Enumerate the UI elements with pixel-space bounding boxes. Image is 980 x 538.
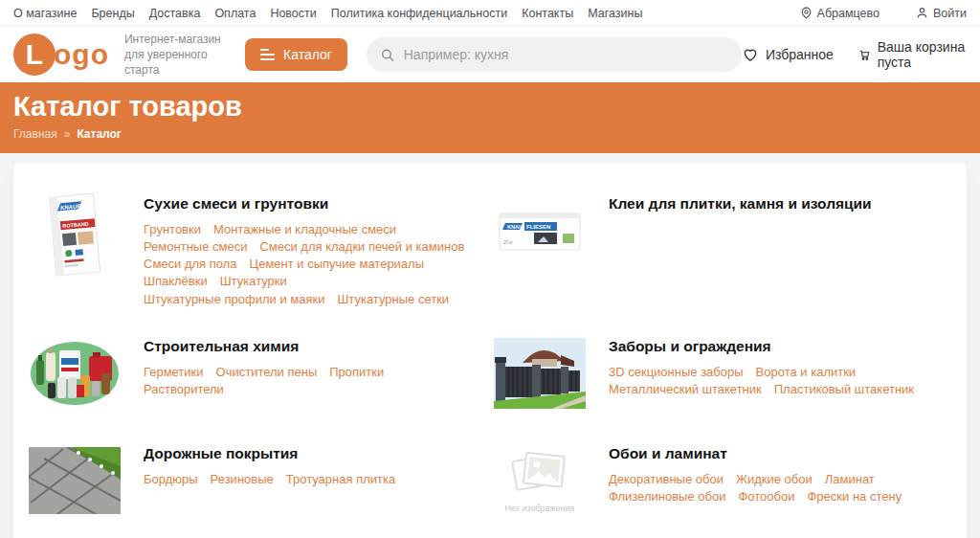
category-title-link[interactable]: Обои и ламинат [609, 445, 951, 462]
subcategory-link[interactable]: Жидкие обои [736, 471, 813, 487]
hamburger-icon [260, 49, 275, 60]
knauf-fliesen-bag[interactable]: KNAUF FLIESEN 25 кг [494, 190, 586, 272]
cart-status-label: Ваша корзина пуста [878, 39, 967, 70]
subcategory-links: БордюрыРезиновыеТротуарная плитка [144, 470, 408, 487]
favorites-label: Избранное [766, 47, 834, 62]
favorites-button[interactable]: Избранное [742, 47, 834, 63]
subcategory-link[interactable]: Очистители пены [216, 364, 318, 380]
heart-icon [742, 47, 759, 63]
svg-text:25 кг: 25 кг [503, 240, 513, 245]
category-grid: KNAUF ROTBAND Сухие смеси и грунтовкиГру… [29, 190, 951, 522]
subcategory-links: Декоративные обоиЖидкие обоиЛаминатФлизе… [609, 470, 951, 504]
user-icon [916, 7, 928, 19]
breadcrumb: Главная » Каталог [13, 127, 967, 141]
breadcrumb-separator: » [64, 127, 71, 141]
login-button[interactable]: Войти [916, 7, 967, 20]
subcategory-link[interactable]: Штукатурные сетки [337, 291, 449, 307]
category-block-1: KNAUF FLIESEN 25 кг Клеи для плитки, кам… [494, 190, 951, 307]
subcategory-link[interactable]: Смеси для кладки печей и каминов [259, 238, 464, 255]
subcategory-link[interactable]: Ворота и калитки [756, 364, 857, 380]
category-title-link[interactable]: Клеи для плитки, камня и изоляции [609, 195, 872, 213]
no-image-placeholder[interactable]: Нет изображения [494, 439, 586, 522]
catalog-card: KNAUF ROTBAND Сухие смеси и грунтовкиГру… [13, 163, 967, 538]
category-block-2: Строительная химияГерметикиОчистители пе… [29, 332, 486, 415]
subcategory-link[interactable]: Тротуарная плитка [286, 471, 395, 487]
top-nav: О магазинеБрендыДоставкаОплатаНовостиПол… [13, 7, 642, 20]
search-bar [367, 37, 742, 72]
subcategory-link[interactable]: Пластиковый штакетник [774, 381, 914, 397]
top-nav-link-5[interactable]: Политика конфиденциальности [331, 7, 507, 20]
category-block-4: Дорожные покрытияБордюрыРезиновыеТротуар… [29, 439, 486, 522]
location-pin-icon [800, 7, 813, 19]
subcategory-link[interactable]: Пропитки [329, 364, 384, 380]
fence-photo[interactable] [494, 332, 586, 415]
catalog-button[interactable]: Каталог [245, 38, 347, 71]
top-nav-link-4[interactable]: Новости [270, 7, 316, 20]
top-nav-link-6[interactable]: Контакты [522, 7, 573, 20]
top-nav-link-3[interactable]: Оплата [214, 7, 256, 20]
subcategory-links: ГрунтовкиМонтажные и кладочные смесиРемо… [144, 220, 486, 307]
subcategory-link[interactable]: Ремонтные смеси [144, 238, 247, 255]
knauf-rotband-bag[interactable]: KNAUF ROTBAND [29, 190, 121, 278]
svg-text:FLIESEN: FLIESEN [526, 224, 550, 230]
search-input[interactable] [404, 47, 728, 62]
subcategory-link[interactable]: Ламинат [825, 471, 875, 487]
category-title-link[interactable]: Строительная химия [144, 338, 486, 355]
subcategory-links: 3D секционные заборыВорота и калиткиМета… [609, 363, 951, 397]
subcategory-link[interactable]: Бордюры [144, 471, 198, 487]
subcategory-link[interactable]: Смеси для пола [144, 256, 237, 272]
subcategory-link[interactable]: Штукатурные профили и маяки [144, 291, 324, 307]
catalog-button-label: Каталог [283, 47, 332, 62]
subcategory-link[interactable]: Монтажные и кладочные смеси [213, 221, 396, 237]
category-block-3: Заборы и ограждения3D секционные заборыВ… [494, 332, 951, 415]
page-title: Каталог товаров [13, 91, 967, 123]
page-banner: Каталог товаров Главная » Каталог [0, 82, 980, 153]
subcategory-link[interactable]: Штукатурки [220, 273, 287, 289]
subcategory-link[interactable]: Герметики [144, 364, 204, 380]
breadcrumb-current: Каталог [77, 127, 122, 141]
category-block-0: KNAUF ROTBAND Сухие смеси и грунтовкиГру… [29, 190, 486, 307]
no-image-caption: Нет изображения [505, 504, 575, 513]
category-title-link[interactable]: Сухие смеси и грунтовки [144, 195, 486, 213]
site-header: L ogo Интернет-магазин для уверенного ст… [0, 27, 980, 82]
breadcrumb-home-link[interactable]: Главная [13, 127, 57, 141]
paving-tiles-photo[interactable] [29, 439, 121, 522]
location-selector[interactable]: Абрамцево [800, 7, 880, 20]
logo-circle: L [13, 34, 56, 76]
subcategory-links: ГерметикиОчистители пеныПропиткиРаствори… [144, 363, 486, 397]
site-logo[interactable]: L ogo [13, 34, 109, 76]
cart-button[interactable]: Ваша корзина пуста [858, 39, 967, 70]
subcategory-link[interactable]: Растворители [144, 381, 224, 397]
subcategory-link[interactable]: Декоративные обои [609, 471, 724, 487]
subcategory-link[interactable]: Фотообои [738, 488, 794, 504]
svg-text:KNAUF: KNAUF [507, 224, 526, 230]
subcategory-link[interactable]: Цемент и сыпучие материалы [250, 256, 424, 272]
chemistry-products[interactable] [29, 332, 121, 415]
location-label: Абрамцево [817, 7, 880, 20]
subcategory-link[interactable]: Металлический штакетник [609, 381, 762, 397]
login-label: Войти [933, 7, 967, 20]
category-title-link[interactable]: Заборы и ограждения [609, 338, 951, 355]
top-nav-link-7[interactable]: Магазины [588, 7, 642, 20]
logo-text: ogo [54, 38, 109, 71]
site-tagline: Интернет-магазин для уверенного старта [124, 32, 230, 78]
top-nav-link-0[interactable]: О магазине [13, 7, 77, 20]
top-nav-link-1[interactable]: Бренды [91, 7, 134, 20]
subcategory-link[interactable]: Грунтовки [144, 221, 201, 237]
category-block-5: Нет изображенияОбои и ламинатДекоративны… [494, 439, 951, 522]
subcategory-link[interactable]: 3D секционные заборы [609, 364, 744, 380]
subcategory-link[interactable]: Флизелиновые обои [609, 488, 725, 504]
top-nav-link-2[interactable]: Доставка [149, 7, 201, 20]
cart-icon [858, 47, 871, 63]
search-icon [380, 47, 395, 63]
category-title-link[interactable]: Дорожные покрытия [144, 445, 408, 462]
subcategory-link[interactable]: Шпаклёвки [144, 273, 208, 289]
subcategory-link[interactable]: Фрески на стену [807, 488, 902, 504]
top-utility-bar: О магазинеБрендыДоставкаОплатаНовостиПол… [0, 0, 980, 27]
subcategory-link[interactable]: Резиновые [211, 471, 274, 487]
